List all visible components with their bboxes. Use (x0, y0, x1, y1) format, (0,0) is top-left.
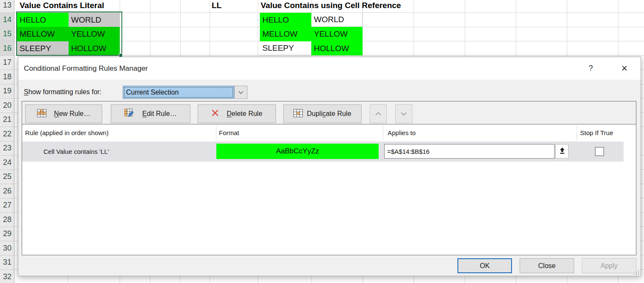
conditional-formatting-rules-manager-dialog: Conditional Formatting Rules Manager ? ✕… (18, 57, 641, 276)
row-header[interactable]: 18 (0, 70, 14, 84)
row-header[interactable]: 15 (0, 27, 14, 41)
selection-border (16, 12, 122, 56)
duplicate-rule-button[interactable]: Duplicate Rule (283, 104, 362, 123)
show-rules-label-rest: how formatting rules for: (29, 88, 102, 95)
format-preview: AaBbCcYyZz (216, 144, 379, 159)
row-header[interactable]: 14 (0, 13, 14, 27)
row-header[interactable]: 23 (0, 141, 14, 156)
move-down-button[interactable] (395, 104, 412, 123)
row-header[interactable]: 24 (0, 156, 14, 170)
row-header-column: 13 14 15 16 17 18 19 20 21 22 23 24 25 2… (0, 0, 14, 283)
move-up-button[interactable] (370, 104, 387, 123)
edit-rule-label-mnemonic: E (142, 110, 147, 118)
applies-to-input[interactable] (384, 144, 555, 159)
delete-rule-label-mnemonic: D (227, 110, 232, 118)
rules-frame: New Rule… Edit Rule… Delete Rule (22, 101, 636, 255)
duplicate-rule-label-post: ate Rule (326, 110, 351, 118)
chevron-down-icon[interactable] (234, 86, 247, 99)
column-header-rule: Rule (applied in order shown) (25, 124, 109, 142)
close-button[interactable]: Close (520, 258, 574, 273)
rule-description: Cell Value contains 'LL' (43, 142, 109, 162)
scope-dropdown-value: Current Selection (123, 86, 234, 99)
excel-window: 13 14 15 16 17 18 19 20 21 22 23 24 25 2… (0, 0, 644, 283)
row-header[interactable]: 28 (0, 213, 14, 227)
row-header[interactable]: 25 (0, 170, 14, 184)
apply-button[interactable]: Apply (582, 258, 636, 273)
stop-if-true-checkbox[interactable] (595, 147, 604, 156)
column-header-format: Format (219, 124, 239, 142)
cell-ref-hello[interactable]: HELLO (260, 13, 311, 27)
cell-ref-mellow[interactable]: MELLOW (260, 27, 311, 41)
new-rule-label-post: ew Rule… (59, 110, 90, 118)
row-header[interactable]: 21 (0, 113, 14, 127)
chevron-up-icon (375, 111, 382, 117)
close-icon[interactable]: ✕ (617, 57, 632, 80)
reference-cell[interactable]: LL (212, 1, 221, 10)
right-table-title: Value Contains using Cell Reference (261, 1, 401, 10)
show-rules-label: Show formatting rules for: (24, 85, 101, 98)
row-header[interactable]: 29 (0, 227, 14, 241)
ok-button[interactable]: OK (457, 258, 512, 273)
new-rule-grid-icon (37, 109, 46, 119)
column-header-applies: Applies to (388, 124, 416, 142)
row-header[interactable]: 31 (0, 255, 14, 270)
column-header-stop: Stop If True (580, 124, 613, 142)
delete-rule-label-post: elete Rule (232, 110, 262, 118)
row-header[interactable]: 30 (0, 241, 14, 256)
row-header[interactable]: 19 (0, 84, 14, 98)
chevron-down-icon (400, 111, 407, 117)
cell-ref-yellow[interactable]: YELLOW (311, 27, 362, 41)
collapse-dialog-icon (559, 147, 566, 156)
row-header[interactable]: 20 (0, 98, 14, 113)
show-rules-label-mnemonic: S (24, 88, 29, 95)
row-header[interactable]: 26 (0, 184, 14, 199)
cell-ref-sleepy[interactable]: SLEEPY (260, 41, 311, 55)
delete-rule-button[interactable]: Delete Rule (198, 104, 276, 123)
column-divider (216, 126, 216, 140)
row-header[interactable]: 16 (0, 41, 14, 56)
help-icon[interactable]: ? (584, 57, 598, 80)
left-table-title: Value Contains Literal (20, 1, 104, 10)
column-divider (577, 126, 577, 140)
row-header[interactable]: 13 (0, 0, 14, 13)
row-header[interactable]: 22 (0, 127, 14, 142)
row-header[interactable]: 32 (0, 270, 14, 283)
duplicate-rule-grid-icon (293, 109, 303, 119)
edit-rule-button[interactable]: Edit Rule… (111, 104, 190, 123)
scope-dropdown[interactable]: Current Selection (123, 86, 247, 99)
rules-list: Rule (applied in order shown) Format App… (22, 124, 636, 255)
collapse-dialog-button[interactable] (555, 144, 569, 159)
delete-x-icon (211, 110, 219, 118)
row-header[interactable]: 17 (0, 55, 14, 70)
edit-rule-label-post: dit Rule… (147, 110, 177, 118)
row-header[interactable]: 27 (0, 198, 14, 213)
new-rule-button[interactable]: New Rule… (25, 104, 102, 123)
dialog-titlebar[interactable]: Conditional Formatting Rules Manager ? ✕ (18, 57, 641, 80)
cell-ref-world[interactable]: WORLD (311, 13, 362, 27)
rule-row[interactable]: Cell Value contains 'LL' AaBbCcYyZz (22, 142, 624, 162)
dialog-title: Conditional Formatting Rules Manager (24, 57, 148, 80)
duplicate-rule-label-mnemonic: c (322, 110, 326, 118)
new-rule-label-mnemonic: N (54, 110, 59, 118)
duplicate-rule-label-pre: Dupli (307, 110, 322, 118)
column-divider (383, 126, 383, 140)
edit-rule-pencil-icon (124, 109, 135, 119)
cell-ref-hollow[interactable]: HOLLOW (311, 41, 362, 55)
